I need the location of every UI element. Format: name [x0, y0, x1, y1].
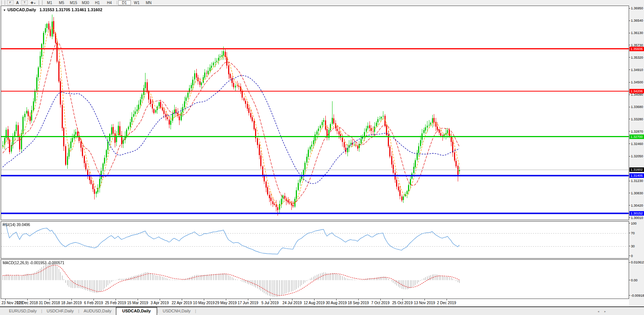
toolbar-grip-2[interactable]: [39, 1, 43, 4]
chart-title: ▼USDCAD,Daily 1.31553 1.31705 1.31461 1.…: [3, 7, 102, 12]
date-label: 30 Aug 2019: [326, 301, 347, 305]
rsi-axis-label: 0: [631, 254, 633, 258]
rsi-axis-label: 70: [631, 231, 635, 235]
price-axis-tick: [629, 131, 630, 132]
price-axis-label: 1.33680: [631, 105, 643, 109]
price-axis-label: 1.33280: [631, 117, 643, 121]
support-line-130152[interactable]: [1, 213, 629, 214]
tab-usdcad-daily[interactable]: USDCAD,Daily: [116, 307, 157, 315]
tf-button-h1[interactable]: H1: [92, 0, 104, 5]
date-tick: [226, 299, 226, 300]
rsi-axis-tick: [629, 233, 630, 233]
current-price-line-131602: [1, 170, 629, 170]
tf-button-m15[interactable]: M15: [68, 0, 80, 5]
date-label: 17 Jun 2019: [237, 301, 258, 305]
date-tick: [424, 299, 425, 300]
date-tick: [93, 299, 94, 300]
candlestick-canvas[interactable]: [1, 6, 628, 219]
macd-axis-label: 0.00: [631, 278, 638, 282]
rsi-axis-tick: [629, 256, 630, 256]
tab-eurusd-daily[interactable]: EURUSD,Daily: [4, 307, 41, 315]
toolbar: F A T ❖▾ M1M5M15M30H1H4D1W1MN: [0, 0, 644, 5]
date-tick: [138, 299, 138, 300]
rsi-panel: RSI(14) 39.0496: [1, 221, 629, 259]
text-tool-icon[interactable]: T: [21, 0, 28, 5]
price-badge: 1.31405: [629, 173, 644, 178]
rsi-axis-label: 100: [631, 222, 637, 225]
date-label: 10 May 2019: [193, 301, 215, 305]
date-tick: [182, 299, 182, 300]
date-label: 29 May 2019: [215, 301, 237, 305]
price-axis-tick: [629, 95, 630, 95]
price-axis-label: 1.30830: [631, 191, 643, 195]
styles-icon[interactable]: ❖▾: [28, 0, 37, 5]
tab-audusd-daily[interactable]: AUDUSD,Daily: [79, 307, 116, 315]
macd-axis-label: -0.00918: [631, 294, 644, 297]
date-label: 7 Oct 2019: [371, 301, 390, 305]
price-axis-tick: [629, 156, 630, 157]
date-label: 31 Dec 2018: [39, 301, 60, 305]
tf-button-m5[interactable]: M5: [56, 0, 68, 5]
date-axis: 23 Nov 201812 Dec 201831 Dec 201818 Jan …: [1, 299, 629, 306]
date-label: 2 Dec 2019: [437, 301, 456, 305]
price-axis-tick: [629, 205, 630, 206]
tf-button-d1[interactable]: D1: [118, 0, 131, 5]
tf-button-m1[interactable]: M1: [44, 0, 56, 5]
rsi-axis-tick: [629, 246, 630, 246]
date-tick: [292, 299, 292, 300]
data-window-icon[interactable]: F: [7, 0, 13, 5]
date-label: 5 Jul 2019: [261, 301, 279, 305]
price-axis-tick: [629, 57, 630, 58]
chevron-down-icon: ▾: [34, 2, 36, 4]
price-axis-tick: [629, 45, 630, 45]
date-tick: [116, 299, 116, 300]
macd-axis-tick: [629, 280, 630, 280]
support-line-131405[interactable]: [1, 175, 629, 176]
tab-usdcnh-daily[interactable]: USDCNH,Daily: [158, 307, 195, 315]
chart-dropdown-icon[interactable]: ▼: [3, 9, 6, 12]
tf-button-mn[interactable]: MN: [143, 0, 155, 5]
date-tick: [402, 299, 403, 300]
arrow-text-tool-icon[interactable]: A: [14, 0, 21, 5]
resistance-line-135606[interactable]: [1, 48, 629, 49]
tf-button-w1[interactable]: W1: [131, 0, 143, 5]
date-tick: [248, 299, 248, 300]
scroll-left-icon[interactable]: ◂: [598, 310, 599, 313]
price-axis-tick: [629, 82, 630, 83]
macd-axis-tick: [629, 262, 630, 263]
support-resistance-line-1327[interactable]: [1, 136, 629, 137]
rsi-canvas[interactable]: [1, 222, 628, 257]
resistance-line-134206[interactable]: [1, 91, 629, 92]
price-axis-label: 1.34500: [631, 80, 643, 84]
chart-ohlc-values: 1.31553 1.31705 1.31461 1.31602: [39, 7, 102, 12]
price-axis-label: 1.31230: [631, 179, 643, 183]
styles-glyph: ❖: [30, 1, 34, 5]
price-axis-tick: [629, 33, 630, 33]
main-chart-panel: ▼USDCAD,Daily 1.31553 1.31705 1.31461 1.…: [1, 6, 629, 220]
rsi-label: RSI(14) 39.0496: [3, 223, 30, 227]
toolbar-grip[interactable]: [1, 1, 5, 4]
price-axis-label: 1.32460: [631, 142, 643, 146]
date-tick: [314, 299, 315, 300]
macd-axis-tick: [629, 295, 630, 296]
rsi-axis-label: 30: [631, 244, 635, 248]
date-tick: [49, 299, 50, 300]
macd-label: MACD(12,26,9) -0.001953 -0.000571: [3, 261, 64, 265]
price-axis-tick: [629, 217, 630, 218]
price-badge: 1.30152: [629, 211, 644, 216]
date-label: 13 Nov 2019: [414, 301, 435, 305]
macd-canvas[interactable]: [1, 260, 628, 298]
date-label: 18 Jan 2019: [61, 301, 82, 305]
toolbar-separator: [117, 1, 117, 4]
tf-button-h4[interactable]: H4: [104, 0, 116, 5]
tf-button-m30[interactable]: M30: [80, 0, 92, 5]
metatrader-window: F A T ❖▾ M1M5M15M30H1H4D1W1MN ▼USDCAD,Da…: [0, 0, 644, 315]
tab-separator: |: [195, 307, 196, 313]
date-label: 12 Aug 2019: [304, 301, 325, 305]
price-axis-label: 1.36950: [631, 6, 643, 10]
date-tick: [160, 299, 160, 300]
scroll-right-icon[interactable]: ▸: [604, 310, 606, 313]
price-axis-tick: [629, 8, 630, 9]
macd-panel: MACD(12,26,9) -0.001953 -0.000571: [1, 259, 629, 299]
tab-usdchf-daily[interactable]: USDCHF,Daily: [42, 307, 78, 315]
